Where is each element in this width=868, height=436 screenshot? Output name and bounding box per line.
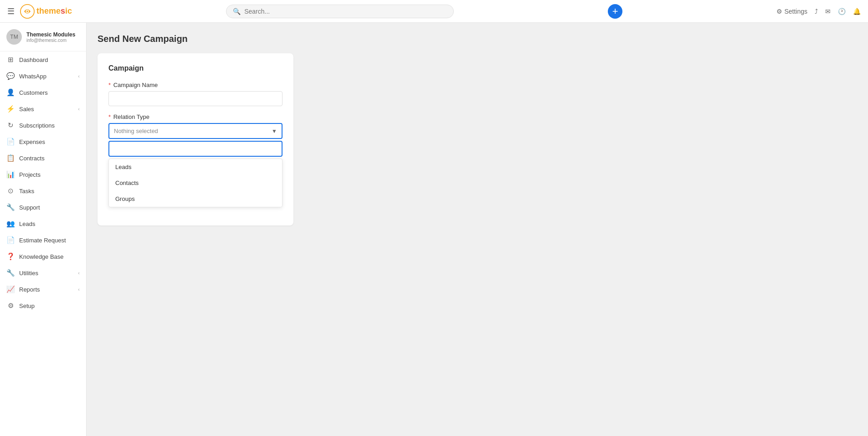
sidebar-label-reports: Reports bbox=[19, 286, 40, 293]
expenses-icon: 📄 bbox=[6, 138, 15, 146]
page-title: Send New Campaign bbox=[98, 34, 857, 44]
sidebar-item-support[interactable]: 🔧 Support bbox=[0, 199, 86, 215]
chevron-icon-utilities: ‹ bbox=[78, 270, 80, 276]
chevron-icon-sales: ‹ bbox=[78, 106, 80, 112]
sidebar-label-utilities: Utilities bbox=[19, 270, 38, 277]
leads-icon: 👥 bbox=[6, 220, 15, 228]
knowledge-base-icon: ❓ bbox=[6, 252, 15, 261]
required-star-2: * bbox=[108, 113, 111, 120]
search-bar: 🔍 bbox=[226, 5, 454, 18]
sidebar-item-projects[interactable]: 📊 Projects bbox=[0, 166, 86, 183]
sidebar-label-support: Support bbox=[19, 204, 40, 211]
svg-point-2 bbox=[26, 10, 28, 12]
settings-link[interactable]: ⚙ Settings bbox=[776, 8, 807, 15]
reports-icon: 📈 bbox=[6, 285, 15, 293]
chevron-icon-reports: ‹ bbox=[78, 287, 80, 292]
bell-icon[interactable]: 🔔 bbox=[853, 8, 861, 15]
dropdown-option-groups[interactable]: Groups bbox=[109, 191, 282, 207]
sidebar-label-tasks: Tasks bbox=[19, 188, 34, 195]
sidebar-label-leads: Leads bbox=[19, 221, 35, 227]
sidebar-label-expenses: Expenses bbox=[19, 138, 45, 145]
relation-type-select[interactable]: Nothing selected ▼ bbox=[108, 123, 282, 139]
sidebar-item-setup[interactable]: ⚙ Setup bbox=[0, 298, 86, 314]
projects-icon: 📊 bbox=[6, 170, 15, 179]
campaign-name-input[interactable] bbox=[108, 91, 282, 106]
sidebar-item-knowledge-base[interactable]: ❓ Knowledge Base bbox=[0, 248, 86, 265]
tasks-icon: ⊙ bbox=[6, 187, 15, 195]
sidebar: TM Themesic Modules info@themesic.com ⊞ … bbox=[0, 23, 87, 436]
avatar: TM bbox=[6, 29, 22, 45]
search-icon: 🔍 bbox=[233, 8, 241, 15]
utilities-icon: 🔧 bbox=[6, 269, 15, 277]
sidebar-item-utilities[interactable]: 🔧 Utilities ‹ bbox=[0, 265, 86, 281]
relation-type-group: * Relation Type Nothing selected ▼ Leads… bbox=[108, 113, 282, 207]
logo-icon bbox=[20, 4, 35, 19]
contracts-icon: 📋 bbox=[6, 154, 15, 162]
campaign-name-group: * Campaign Name bbox=[108, 82, 282, 106]
sidebar-item-leads[interactable]: 👥 Leads bbox=[0, 215, 86, 232]
sidebar-item-dashboard[interactable]: ⊞ Dashboard bbox=[0, 51, 86, 68]
share-icon[interactable]: ⤴ bbox=[815, 8, 818, 15]
relation-type-label: * Relation Type bbox=[108, 113, 282, 120]
chevron-icon: ‹ bbox=[78, 73, 80, 79]
topbar: ☰ themesic 🔍 + ⚙ Settings ⤴ ✉ 🕐 🔔 bbox=[0, 0, 868, 23]
logo-text: themesic bbox=[36, 6, 72, 16]
campaign-name-label: * Campaign Name bbox=[108, 82, 282, 88]
dropdown-option-leads[interactable]: Leads bbox=[109, 159, 282, 175]
support-icon: 🔧 bbox=[6, 203, 15, 211]
dropdown-list: Leads Contacts Groups bbox=[108, 159, 282, 207]
sidebar-item-contracts[interactable]: 📋 Contracts bbox=[0, 150, 86, 166]
sidebar-label-contracts: Contracts bbox=[19, 155, 45, 162]
sidebar-label-projects: Projects bbox=[19, 171, 41, 178]
sidebar-item-tasks[interactable]: ⊙ Tasks bbox=[0, 183, 86, 199]
mail-icon[interactable]: ✉ bbox=[825, 8, 831, 15]
sales-icon: ⚡ bbox=[6, 105, 15, 113]
user-email: info@themesic.com bbox=[26, 38, 75, 43]
estimate-icon: 📄 bbox=[6, 236, 15, 244]
sidebar-label-subscriptions: Subscriptions bbox=[19, 122, 55, 129]
sidebar-label-whatsapp: WhatsApp bbox=[19, 73, 46, 80]
sidebar-label-customers: Customers bbox=[19, 89, 48, 96]
user-profile: TM Themesic Modules info@themesic.com bbox=[0, 23, 86, 51]
card-title: Campaign bbox=[108, 64, 282, 72]
settings-icon: ⚙ bbox=[776, 8, 782, 15]
sidebar-label-setup: Setup bbox=[19, 303, 35, 309]
campaign-card: Campaign * Campaign Name * Relation Type… bbox=[98, 53, 293, 226]
user-info: Themesic Modules info@themesic.com bbox=[26, 31, 75, 43]
dropdown-chevron-icon: ▼ bbox=[272, 128, 277, 134]
sidebar-label-sales: Sales bbox=[19, 106, 34, 113]
setup-icon: ⚙ bbox=[6, 302, 15, 310]
sidebar-label-estimate-request: Estimate Request bbox=[19, 237, 66, 244]
search-input[interactable] bbox=[244, 8, 447, 15]
sidebar-item-reports[interactable]: 📈 Reports ‹ bbox=[0, 281, 86, 298]
required-star: * bbox=[108, 82, 111, 88]
menu-icon[interactable]: ☰ bbox=[7, 6, 15, 16]
dropdown-option-contacts[interactable]: Contacts bbox=[109, 175, 282, 191]
relation-type-dropdown: Nothing selected ▼ Leads Contacts Groups bbox=[108, 123, 282, 207]
customers-icon: 👤 bbox=[6, 88, 15, 97]
sidebar-item-expenses[interactable]: 📄 Expenses bbox=[0, 133, 86, 150]
user-name: Themesic Modules bbox=[26, 31, 75, 38]
clock-icon[interactable]: 🕐 bbox=[838, 8, 846, 15]
layout: TM Themesic Modules info@themesic.com ⊞ … bbox=[0, 23, 868, 436]
sidebar-item-customers[interactable]: 👤 Customers bbox=[0, 84, 86, 101]
sidebar-item-sales[interactable]: ⚡ Sales ‹ bbox=[0, 101, 86, 117]
settings-label: Settings bbox=[784, 8, 807, 15]
sidebar-label-dashboard: Dashboard bbox=[19, 56, 48, 63]
dropdown-search-input[interactable] bbox=[108, 141, 282, 157]
dashboard-icon: ⊞ bbox=[6, 56, 15, 64]
sidebar-item-whatsapp[interactable]: 💬 WhatsApp ‹ bbox=[0, 68, 86, 84]
whatsapp-icon: 💬 bbox=[6, 72, 15, 80]
logo: themesic bbox=[20, 4, 72, 19]
main-content: Send New Campaign Campaign * Campaign Na… bbox=[87, 23, 868, 436]
sidebar-item-estimate-request[interactable]: 📄 Estimate Request bbox=[0, 232, 86, 248]
dropdown-placeholder: Nothing selected bbox=[114, 128, 158, 134]
sidebar-label-knowledge-base: Knowledge Base bbox=[19, 253, 64, 260]
subscriptions-icon: ↻ bbox=[6, 121, 15, 129]
sidebar-item-subscriptions[interactable]: ↻ Subscriptions bbox=[0, 117, 86, 133]
topbar-right: ⚙ Settings ⤴ ✉ 🕐 🔔 bbox=[776, 8, 861, 15]
add-button[interactable]: + bbox=[608, 4, 622, 19]
